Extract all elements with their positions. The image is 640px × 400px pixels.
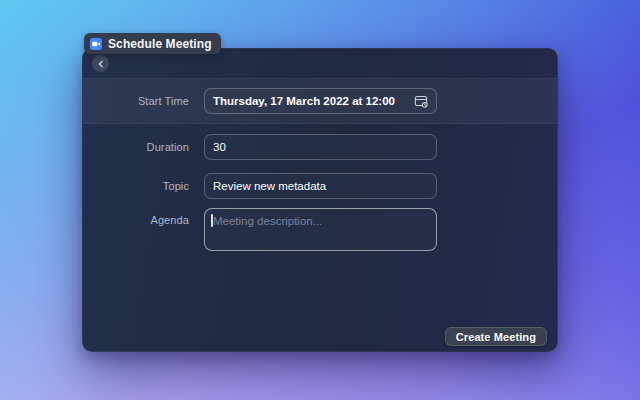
field-row-topic: Topic — [83, 173, 557, 199]
duration-label: Duration — [83, 141, 189, 153]
schedule-meeting-window: Start Time Thursday, 17 March 2022 at 12… — [82, 48, 558, 352]
command-badge: Schedule Meeting — [84, 33, 221, 54]
command-badge-label: Schedule Meeting — [108, 37, 212, 51]
back-button[interactable] — [92, 55, 109, 72]
topic-input[interactable] — [204, 173, 437, 199]
row-divider — [83, 123, 557, 124]
duration-input[interactable] — [204, 134, 437, 160]
start-time-label: Start Time — [83, 95, 189, 107]
field-row-agenda: Agenda — [83, 208, 557, 251]
topic-label: Topic — [83, 180, 189, 192]
field-row-duration: Duration — [83, 134, 557, 160]
field-row-start-time: Start Time Thursday, 17 March 2022 at 12… — [83, 79, 557, 123]
calendar-icon[interactable] — [414, 94, 428, 108]
desktop-background: Schedule Meeting Start Time Thursday, 17… — [0, 0, 640, 400]
zoom-video-icon — [90, 38, 102, 50]
start-time-value: Thursday, 17 March 2022 at 12:00 — [213, 95, 395, 107]
create-meeting-button[interactable]: Create Meeting — [445, 327, 547, 346]
chevron-left-icon — [97, 60, 105, 68]
window-footer: Create Meeting — [445, 327, 547, 346]
agenda-label: Agenda — [83, 208, 189, 226]
start-time-picker[interactable]: Thursday, 17 March 2022 at 12:00 — [204, 88, 437, 114]
agenda-textarea[interactable] — [204, 208, 437, 251]
